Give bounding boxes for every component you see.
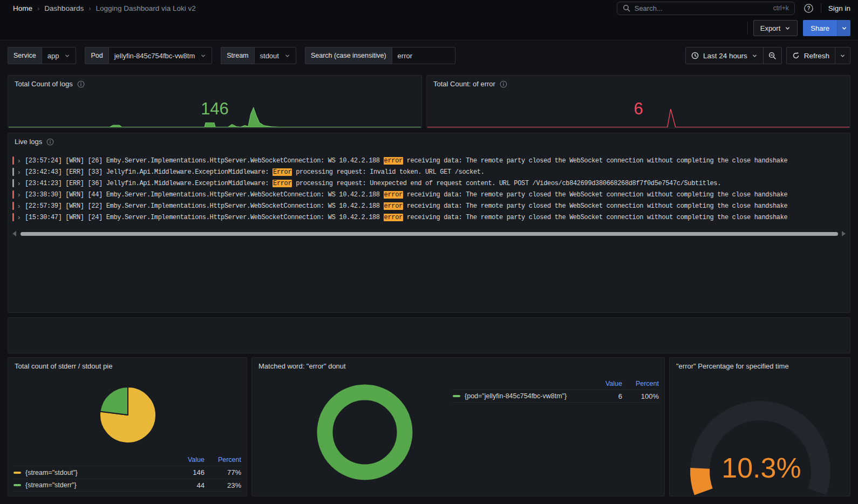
variable-pod-value: jellyfin-845c754fbc-vw8tm (114, 52, 195, 60)
panel-title[interactable]: Total Count: of error (433, 80, 495, 88)
variable-service: Service app (8, 47, 76, 64)
share-button[interactable]: Share (803, 20, 837, 36)
matched-word-highlight: error (384, 157, 403, 165)
legend-value-header[interactable]: Value (591, 380, 622, 387)
log-message: [23:38:30] [WRN] [44] Emby.Server.Implem… (25, 191, 787, 199)
legend-value-cell: 146 (173, 468, 205, 476)
gauge-chart: 10.3% (674, 372, 847, 496)
log-level-bar (12, 168, 14, 176)
help-icon[interactable]: ? (803, 3, 814, 13)
panel-title[interactable]: "error" Percentage for specified time (676, 362, 789, 370)
search-placeholder: Search... (635, 4, 663, 12)
sparkline-logs (9, 107, 421, 127)
legend-percent-cell: 100% (622, 392, 659, 400)
variable-service-select[interactable]: app (42, 47, 77, 64)
series-color-dash[interactable] (13, 472, 21, 474)
pie-chart[interactable] (94, 382, 161, 448)
log-expand-chevron-icon[interactable]: › (18, 168, 25, 175)
grafana-dashboard: { "colors": { "green": "#73bf69", "pie_g… (0, 0, 858, 504)
panel-gauge: "error" Percentage for specified time 10… (669, 357, 850, 496)
log-level-bar (12, 190, 14, 199)
log-level-bar (12, 156, 14, 165)
panel-title[interactable]: Live logs (15, 138, 42, 146)
panel-total-logs: Total Count of logs 146 (8, 75, 422, 128)
sign-in-button[interactable]: Sign in (828, 4, 850, 12)
time-range-label: Last 24 hours (703, 52, 747, 60)
info-icon[interactable] (77, 80, 85, 88)
dashboard-toolbar: Export Share (0, 16, 858, 40)
breadcrumb-dashboards[interactable]: Dashboards (44, 4, 84, 12)
variable-stream-value: stdout (260, 52, 279, 60)
search-term-input[interactable]: error (392, 47, 455, 64)
legend-row: {stream="stdout"}14677% (13, 466, 241, 479)
time-picker-group: Last 24 hours (685, 47, 782, 64)
log-row[interactable]: ›[23:57:24] [WRN] [26] Emby.Server.Imple… (12, 155, 846, 166)
share-menu-caret[interactable] (837, 20, 850, 36)
log-message: [23:57:24] [WRN] [26] Emby.Server.Implem… (25, 157, 787, 165)
series-color-dash[interactable] (453, 395, 460, 397)
panel-title[interactable]: Total Count of logs (15, 80, 73, 88)
refresh-label: Refresh (804, 52, 829, 60)
chevron-down-icon (64, 53, 70, 59)
info-icon[interactable] (46, 138, 54, 146)
log-message: [22:57:39] [WRN] [22] Emby.Server.Implem… (25, 202, 787, 210)
global-search-input[interactable]: Search... ctrl+k (617, 2, 795, 15)
legend-percent-header[interactable]: Percent (205, 456, 241, 464)
chevron-down-icon (840, 53, 846, 59)
info-icon[interactable] (500, 80, 507, 88)
panel-title[interactable]: Total count of stderr / stdout pie (15, 362, 112, 370)
legend-value-header[interactable]: Value (173, 456, 205, 464)
log-rows: ›[23:57:24] [WRN] [26] Emby.Server.Imple… (12, 155, 846, 223)
nav-divider (821, 3, 821, 13)
time-range-button[interactable]: Last 24 hours (686, 47, 763, 64)
breadcrumb-home[interactable]: Home (13, 4, 32, 12)
log-expand-chevron-icon[interactable]: › (18, 157, 25, 164)
variable-pod-label: Pod (85, 47, 108, 64)
log-row[interactable]: ›[15:30:47] [WRN] [24] Emby.Server.Imple… (12, 212, 846, 223)
legend-header: Value Percent (453, 378, 659, 390)
panel-title[interactable]: Matched word: "error" donut (258, 362, 346, 370)
horizontal-scrollbar[interactable] (12, 230, 846, 237)
variable-pod-select[interactable]: jellyfin-845c754fbc-vw8tm (108, 47, 213, 64)
log-expand-chevron-icon[interactable]: › (18, 214, 25, 221)
variable-stream-select[interactable]: stdout (254, 47, 296, 64)
export-label: Export (760, 24, 781, 32)
scroll-right-icon[interactable] (842, 231, 846, 236)
series-color-dash[interactable] (13, 484, 21, 486)
scrollbar-thumb[interactable] (21, 232, 838, 236)
donut-legend: Value Percent {pod="jellyfin-845c754fbc-… (453, 378, 659, 403)
time-controls: Last 24 hours Refresh (685, 47, 850, 64)
log-expand-chevron-icon[interactable]: › (18, 191, 25, 198)
donut-ring[interactable] (325, 392, 405, 472)
svg-text:?: ? (807, 5, 810, 11)
log-message: [23:41:23] [ERR] [36] Jellyfin.Api.Middl… (25, 180, 721, 187)
log-message: [15:30:47] [WRN] [24] Emby.Server.Implem… (25, 214, 787, 221)
legend-percent-cell: 23% (205, 481, 241, 489)
panel-pie: Total count of stderr / stdout pie Value… (8, 357, 247, 496)
panel-total-errors: Total Count: of error 6 (426, 75, 850, 128)
sparkline-errors (427, 107, 849, 127)
variable-service-label: Service (8, 47, 42, 64)
log-row[interactable]: ›[23:42:43] [ERR] [33] Jellyfin.Api.Midd… (12, 166, 846, 178)
chevron-down-icon (200, 53, 206, 59)
scroll-left-icon[interactable] (12, 231, 16, 236)
refresh-button[interactable]: Refresh (787, 47, 835, 64)
legend-series-label[interactable]: {stream="stdout"} (13, 469, 173, 476)
log-row[interactable]: ›[23:38:30] [WRN] [44] Emby.Server.Imple… (12, 189, 846, 200)
variable-pod: Pod jellyfin-845c754fbc-vw8tm (85, 47, 212, 64)
legend-series-label[interactable]: {stream="stderr"} (13, 481, 173, 489)
log-row[interactable]: ›[23:41:23] [ERR] [36] Jellyfin.Api.Midd… (12, 178, 846, 189)
legend-series-label[interactable]: {pod="jellyfin-845c754fbc-vw8tm"} (453, 392, 591, 400)
refresh-interval-caret[interactable] (835, 47, 850, 64)
zoom-out-time-button[interactable] (764, 47, 781, 64)
donut-chart[interactable] (311, 378, 419, 486)
pie-slice-stderr[interactable] (100, 387, 128, 415)
log-expand-chevron-icon[interactable]: › (18, 202, 25, 209)
export-button[interactable]: Export (753, 20, 798, 36)
legend-percent-header[interactable]: Percent (622, 380, 659, 387)
breadcrumb-separator-icon: › (88, 4, 91, 12)
log-row[interactable]: ›[22:57:39] [WRN] [22] Emby.Server.Imple… (12, 200, 846, 212)
log-expand-chevron-icon[interactable]: › (18, 180, 25, 187)
log-message: [23:42:43] [ERR] [33] Jellyfin.Api.Middl… (25, 168, 485, 176)
pie-legend: Value Percent {stream="stdout"}14677%{st… (13, 454, 241, 492)
